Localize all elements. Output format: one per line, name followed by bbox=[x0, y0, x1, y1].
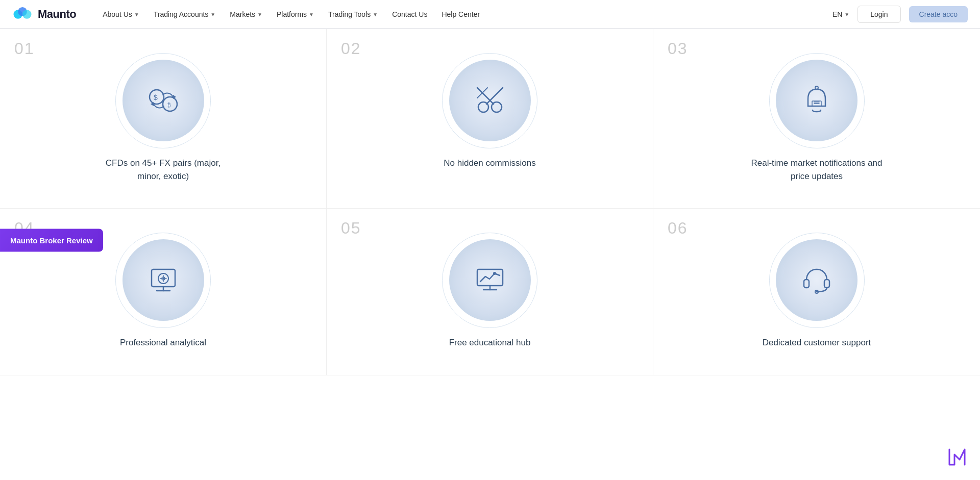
create-account-button[interactable]: Create acco bbox=[909, 6, 968, 22]
feature-title: Free educational hub bbox=[449, 336, 531, 349]
feature-title: Professional analytical bbox=[120, 336, 206, 349]
nav-item-label: Help Center bbox=[442, 10, 480, 18]
feature-icon-circle bbox=[449, 239, 531, 321]
svg-rect-31 bbox=[804, 280, 809, 288]
nav-item-label: Markets bbox=[230, 10, 255, 18]
headset-icon bbox=[796, 260, 837, 300]
currency-exchange-icon: $ ₿ bbox=[143, 80, 184, 121]
svg-rect-32 bbox=[824, 280, 829, 288]
nav-dropdown-arrow-icon: ▼ bbox=[134, 12, 139, 17]
nav-item-trading-accounts[interactable]: Trading Accounts▼ bbox=[148, 7, 222, 21]
svg-line-15 bbox=[477, 88, 487, 98]
feature-title: Real-time market notifications and price… bbox=[750, 157, 883, 183]
feature-cell-01: 01 $ ₿ CFDs on 45+ FX pairs (major, mino… bbox=[0, 29, 327, 209]
feature-cell-06: 06 Dedicated customer support bbox=[653, 209, 980, 375]
svg-rect-20 bbox=[152, 269, 175, 287]
svg-line-14 bbox=[490, 88, 503, 100]
svg-point-30 bbox=[493, 272, 496, 275]
feature-cell-03: 03 Real-time market notifications and pr… bbox=[653, 29, 980, 209]
feature-title: No hidden commissions bbox=[444, 157, 535, 170]
nav-dropdown-arrow-icon: ▼ bbox=[309, 12, 314, 17]
svg-line-12 bbox=[490, 100, 494, 104]
feature-title: CFDs on 45+ FX pairs (major, minor, exot… bbox=[97, 157, 230, 183]
svg-rect-27 bbox=[477, 269, 503, 286]
brand-name: Maunto bbox=[38, 8, 76, 21]
feature-cell-05: 05 Free educational hub bbox=[327, 209, 653, 375]
nav-item-label: Trading Accounts bbox=[154, 10, 209, 18]
svg-line-13 bbox=[477, 88, 490, 100]
svg-marker-7 bbox=[173, 95, 176, 99]
svg-point-3 bbox=[150, 90, 164, 104]
svg-point-26 bbox=[162, 277, 165, 280]
lang-arrow-icon: ▼ bbox=[844, 12, 849, 17]
login-button[interactable]: Login bbox=[857, 6, 900, 23]
svg-point-10 bbox=[492, 102, 502, 112]
svg-line-11 bbox=[486, 100, 490, 104]
svg-text:$: $ bbox=[154, 93, 158, 102]
svg-marker-8 bbox=[151, 102, 154, 106]
svg-point-2 bbox=[22, 10, 32, 19]
svg-point-33 bbox=[815, 290, 818, 293]
nav-right: EN ▼ Login Create acco bbox=[832, 6, 968, 23]
nav-item-label: Platforms bbox=[277, 10, 307, 18]
main-content: 01 $ ₿ CFDs on 45+ FX pairs (major, mino… bbox=[0, 29, 980, 375]
svg-point-9 bbox=[478, 102, 488, 112]
svg-text:₿: ₿ bbox=[167, 102, 171, 109]
scissors-icon bbox=[470, 80, 510, 121]
feature-cell-02: 02 No hidden commissions bbox=[327, 29, 653, 209]
feature-number: 03 bbox=[668, 39, 688, 58]
feature-icon-circle bbox=[776, 60, 857, 141]
feature-number: 06 bbox=[668, 219, 688, 238]
svg-point-5 bbox=[163, 97, 177, 111]
svg-rect-17 bbox=[812, 101, 821, 106]
features-grid: 01 $ ₿ CFDs on 45+ FX pairs (major, mino… bbox=[0, 29, 980, 375]
feature-icon-circle bbox=[449, 60, 531, 141]
nav-links: About Us▼Trading Accounts▼Markets▼Platfo… bbox=[96, 7, 832, 21]
monitor-chart-icon bbox=[470, 260, 510, 300]
feature-title: Dedicated customer support bbox=[763, 336, 871, 349]
feature-number: 01 bbox=[14, 39, 35, 58]
feature-number: 02 bbox=[341, 39, 361, 58]
lang-label: EN bbox=[832, 10, 842, 18]
svg-point-23 bbox=[158, 273, 168, 284]
nav-item-label: Contact Us bbox=[392, 10, 427, 18]
feature-icon-circle bbox=[122, 239, 204, 321]
bell-icon bbox=[796, 80, 837, 121]
feature-icon-circle bbox=[776, 239, 857, 321]
logo[interactable]: Maunto bbox=[12, 7, 76, 21]
nav-item-contact-us[interactable]: Contact Us bbox=[386, 7, 433, 21]
broker-review-sidebar[interactable]: Maunto Broker Review bbox=[0, 229, 103, 251]
svg-point-16 bbox=[815, 86, 818, 89]
nav-dropdown-arrow-icon: ▼ bbox=[373, 12, 378, 17]
feature-icon-circle: $ ₿ bbox=[122, 60, 204, 141]
feature-number: 05 bbox=[341, 219, 361, 238]
nav-item-trading-tools[interactable]: Trading Tools▼ bbox=[322, 7, 384, 21]
nav-item-about-us[interactable]: About Us▼ bbox=[96, 7, 145, 21]
logo-icon bbox=[12, 7, 33, 21]
nav-dropdown-arrow-icon: ▼ bbox=[210, 12, 215, 17]
navbar: Maunto About Us▼Trading Accounts▼Markets… bbox=[0, 0, 980, 29]
nav-dropdown-arrow-icon: ▼ bbox=[257, 12, 262, 17]
nav-item-help-center[interactable]: Help Center bbox=[435, 7, 486, 21]
nav-item-markets[interactable]: Markets▼ bbox=[224, 7, 268, 21]
language-selector[interactable]: EN ▼ bbox=[832, 10, 849, 18]
nav-item-label: Trading Tools bbox=[328, 10, 371, 18]
nav-item-platforms[interactable]: Platforms▼ bbox=[271, 7, 320, 21]
presentation-icon bbox=[143, 260, 184, 300]
nav-item-label: About Us bbox=[103, 10, 132, 18]
